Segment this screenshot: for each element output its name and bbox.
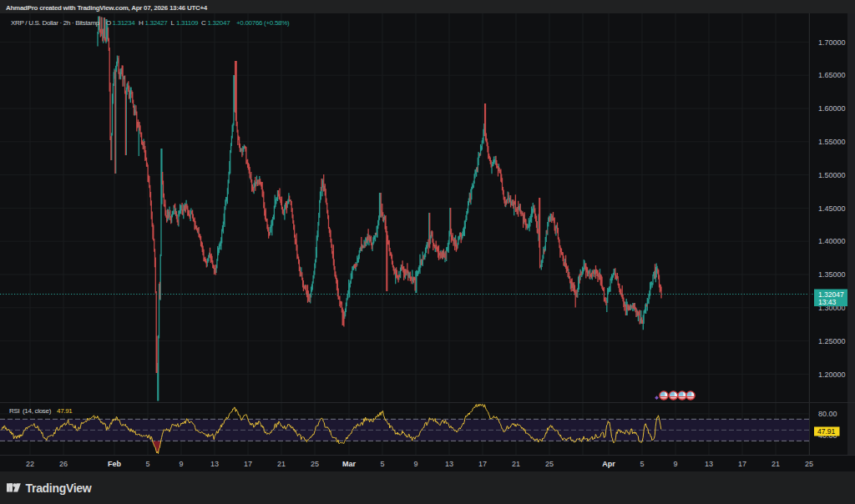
svg-text:25: 25 [545,460,554,468]
svg-text:26: 26 [59,460,68,468]
svg-text:25: 25 [805,460,813,468]
svg-text:17: 17 [738,460,746,468]
svg-text:1.65000: 1.65000 [818,71,846,79]
svg-text:1.31109: 1.31109 [176,19,199,27]
svg-text:9: 9 [179,460,183,468]
svg-text:1.25000: 1.25000 [818,337,846,345]
svg-text:13:43: 13:43 [818,298,837,306]
svg-text:17: 17 [244,460,252,468]
svg-text:Feb: Feb [108,460,122,468]
svg-text:25: 25 [311,460,319,468]
svg-text:(14, close): (14, close) [23,407,52,415]
svg-text:1.35000: 1.35000 [818,270,846,279]
svg-text:AhmadPro created with TradingV: AhmadPro created with TradingView.com, A… [6,4,208,12]
svg-text:Apr: Apr [602,460,615,468]
svg-text:1.32427: 1.32427 [145,19,169,27]
svg-text:Mar: Mar [342,460,357,468]
svg-text:H: H [139,19,144,27]
svg-text:XRP / U.S. Dollar · 2h · Bitst: XRP / U.S. Dollar · 2h · Bitstamp [11,19,100,27]
svg-text:5: 5 [640,460,644,468]
svg-text:1.40000: 1.40000 [818,237,846,245]
svg-text:1.60000: 1.60000 [818,104,846,113]
svg-text:21: 21 [772,460,780,468]
svg-text:47.91: 47.91 [817,427,836,436]
svg-text:13: 13 [445,460,453,468]
svg-text:9: 9 [673,460,677,468]
svg-text:13: 13 [210,460,219,468]
svg-text:47.91: 47.91 [57,407,73,415]
svg-text:21: 21 [277,460,286,468]
svg-text:5: 5 [380,460,384,468]
svg-text:1.20000: 1.20000 [818,370,846,379]
svg-text:1.45000: 1.45000 [818,204,846,213]
svg-text:21: 21 [512,460,520,468]
svg-text:1.50000: 1.50000 [818,171,846,179]
svg-text:22: 22 [26,460,34,468]
svg-text:O: O [106,19,111,27]
svg-text:RSI: RSI [9,407,20,415]
svg-text:1.70000: 1.70000 [818,38,846,47]
svg-text:17: 17 [478,460,487,468]
svg-text:1.31234: 1.31234 [113,19,136,27]
svg-text:1.32047: 1.32047 [208,19,231,27]
svg-text:9: 9 [413,460,417,468]
svg-text:5: 5 [145,460,149,468]
svg-text:TradingView: TradingView [26,481,92,495]
svg-text:+0.00766 (+0.58%): +0.00766 (+0.58%) [236,19,290,27]
svg-text:1.55000: 1.55000 [818,138,846,146]
svg-text:13: 13 [705,460,713,468]
svg-text:80.00: 80.00 [818,410,837,418]
svg-text:C: C [201,19,206,27]
